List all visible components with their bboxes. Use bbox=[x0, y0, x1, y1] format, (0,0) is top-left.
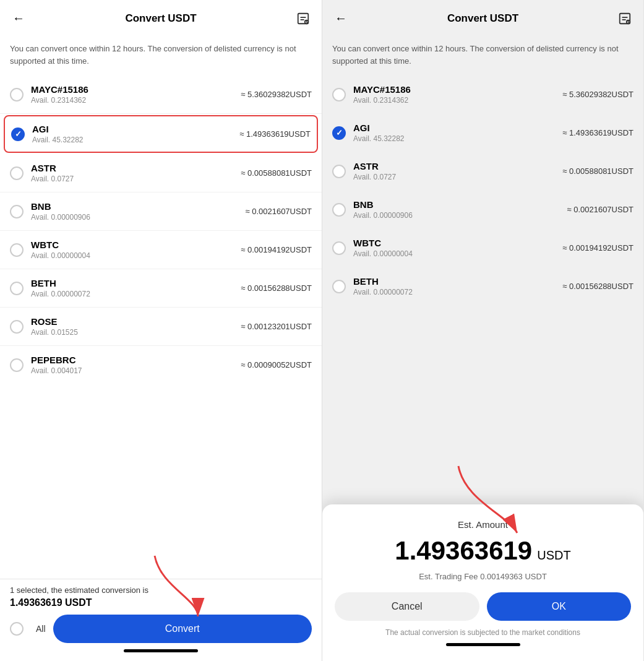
right-home-indicator bbox=[446, 643, 520, 646]
right-radio-beth[interactable] bbox=[332, 280, 346, 293]
left-radio-rose[interactable] bbox=[10, 320, 24, 334]
right-currency-value-beth: ≈ 0.00156288USDT bbox=[562, 282, 633, 291]
left-back-button[interactable]: ← bbox=[10, 9, 27, 28]
left-currency-avail-beth: Avail. 0.00000072 bbox=[31, 290, 241, 298]
right-radio-bnb[interactable] bbox=[332, 203, 346, 217]
left-currency-item-rose[interactable]: ROSE Avail. 0.01525 ≈ 0.00123201USDT bbox=[0, 308, 322, 346]
left-currency-value-wbtc: ≈ 0.00194192USDT bbox=[241, 245, 312, 254]
left-currency-item-wbtc[interactable]: WBTC Avail. 0.00000004 ≈ 0.00194192USDT bbox=[0, 231, 322, 269]
left-currency-name-pepebrc: PEPEBRC bbox=[31, 355, 241, 365]
right-radio-astr[interactable] bbox=[332, 165, 346, 178]
right-currency-avail-bnb: Avail. 0.00000906 bbox=[353, 211, 567, 220]
right-currency-name-agi: AGI bbox=[353, 123, 562, 133]
right-currency-info-mayc15186: MAYC#15186 Avail. 0.2314362 bbox=[353, 84, 562, 105]
modal-buttons: Cancel OK bbox=[335, 592, 631, 621]
right-currency-item-bnb[interactable]: BNB Avail. 0.00000906 ≈ 0.0021607USDT bbox=[322, 191, 643, 229]
left-currency-name-agi: AGI bbox=[32, 124, 239, 134]
right-currency-item-astr[interactable]: ASTR Avail. 0.0727 ≈ 0.00588081USDT bbox=[322, 152, 643, 191]
left-currency-avail-agi: Avail. 45.32282 bbox=[32, 136, 239, 144]
left-all-label: All bbox=[36, 624, 46, 634]
left-all-select[interactable]: All bbox=[10, 622, 46, 636]
left-currency-info-agi: AGI Avail. 45.32282 bbox=[32, 124, 239, 144]
right-currency-value-agi: ≈ 1.49363619USDT bbox=[562, 128, 633, 137]
right-currency-info-wbtc: WBTC Avail. 0.00000004 bbox=[353, 238, 562, 258]
right-back-button[interactable]: ← bbox=[332, 9, 350, 28]
left-currency-info-pepebrc: PEPEBRC Avail. 0.004017 bbox=[31, 355, 241, 375]
left-currency-avail-rose: Avail. 0.01525 bbox=[31, 328, 241, 337]
right-currency-item-wbtc[interactable]: WBTC Avail. 0.00000004 ≈ 0.00194192USDT bbox=[322, 229, 643, 267]
modal-est-currency: USDT bbox=[537, 548, 570, 563]
left-currency-avail-astr: Avail. 0.0727 bbox=[31, 175, 241, 183]
right-currency-value-astr: ≈ 0.00588081USDT bbox=[562, 166, 633, 176]
right-radio-mayc15186[interactable] bbox=[332, 88, 346, 102]
right-currency-avail-beth: Avail. 0.00000072 bbox=[353, 288, 562, 296]
left-currency-avail-bnb: Avail. 0.00000906 bbox=[31, 213, 245, 222]
left-panel: ← Convert USDT You can convert once with… bbox=[0, 0, 322, 661]
left-radio-astr[interactable] bbox=[10, 166, 24, 180]
left-currency-item-agi[interactable]: AGI Avail. 45.32282 ≈ 1.49363619USDT bbox=[4, 115, 318, 153]
modal-cancel-button[interactable]: Cancel bbox=[335, 592, 479, 621]
right-currency-value-mayc15186: ≈ 5.36029382USDT bbox=[562, 90, 633, 99]
left-currency-item-beth[interactable]: BETH Avail. 0.00000072 ≈ 0.00156288USDT bbox=[0, 269, 322, 308]
left-convert-button[interactable]: Convert bbox=[53, 615, 312, 643]
left-radio-beth[interactable] bbox=[10, 282, 24, 295]
left-currency-value-rose: ≈ 0.00123201USDT bbox=[241, 322, 312, 331]
left-currency-item-astr[interactable]: ASTR Avail. 0.0727 ≈ 0.00588081USDT bbox=[0, 154, 322, 192]
left-currency-name-wbtc: WBTC bbox=[31, 240, 241, 250]
left-currency-name-rose: ROSE bbox=[31, 316, 241, 327]
right-notice: You can convert once within 12 hours. Th… bbox=[322, 37, 643, 76]
left-radio-pepebrc[interactable] bbox=[10, 358, 24, 372]
right-currency-item-agi[interactable]: AGI Avail. 45.32282 ≈ 1.49363619USDT bbox=[322, 114, 643, 152]
right-currency-name-bnb: BNB bbox=[353, 199, 567, 210]
right-currency-avail-mayc15186: Avail. 0.2314362 bbox=[353, 96, 562, 105]
right-radio-wbtc[interactable] bbox=[332, 241, 346, 255]
right-currency-name-astr: ASTR bbox=[353, 161, 562, 171]
left-currency-avail-mayc15186: Avail. 0.2314362 bbox=[31, 96, 241, 105]
modal-market-notice: The actual conversion is subjected to th… bbox=[335, 628, 631, 637]
right-radio-agi[interactable] bbox=[332, 126, 346, 140]
right-currency-item-beth[interactable]: BETH Avail. 0.00000072 ≈ 0.00156288USDT bbox=[322, 267, 643, 305]
left-history-icon[interactable] bbox=[294, 10, 312, 27]
modal-ok-button[interactable]: OK bbox=[487, 592, 632, 621]
left-currency-value-bnb: ≈ 0.0021607USDT bbox=[245, 207, 312, 216]
left-radio-agi[interactable] bbox=[11, 127, 25, 141]
left-currency-value-astr: ≈ 0.00588081USDT bbox=[241, 168, 312, 178]
left-currency-name-beth: BETH bbox=[31, 278, 241, 288]
modal-est-title: Est. Amount bbox=[335, 519, 631, 530]
left-currency-value-agi: ≈ 1.49363619USDT bbox=[239, 129, 311, 139]
left-footer-row: All Convert bbox=[10, 615, 312, 643]
modal-est-fee: Est. Trading Fee 0.00149363 USDT bbox=[335, 572, 631, 581]
left-currency-list: MAYC#15186 Avail. 0.2314362 ≈ 5.36029382… bbox=[0, 76, 322, 579]
left-currency-info-rose: ROSE Avail. 0.01525 bbox=[31, 316, 241, 337]
left-radio-wbtc[interactable] bbox=[10, 243, 24, 257]
left-currency-item-mayc15186[interactable]: MAYC#15186 Avail. 0.2314362 ≈ 5.36029382… bbox=[0, 76, 322, 114]
left-currency-name-mayc15186: MAYC#15186 bbox=[31, 84, 241, 95]
left-currency-info-bnb: BNB Avail. 0.00000906 bbox=[31, 201, 245, 222]
modal-est-amount-row: 1.49363619 USDT bbox=[335, 536, 631, 566]
left-currency-value-pepebrc: ≈ 0.00090052USDT bbox=[241, 360, 312, 369]
left-radio-bnb[interactable] bbox=[10, 205, 24, 218]
left-selected-amount: 1.49363619 USDT bbox=[10, 597, 312, 608]
right-currency-item-mayc15186[interactable]: MAYC#15186 Avail. 0.2314362 ≈ 5.36029382… bbox=[322, 76, 643, 114]
left-all-radio[interactable] bbox=[10, 622, 24, 636]
right-header: ← Convert USDT bbox=[322, 0, 643, 37]
left-bottom-bar: 1 selected, the estimated conversion is … bbox=[0, 579, 322, 661]
left-currency-avail-pepebrc: Avail. 0.004017 bbox=[31, 366, 241, 375]
right-panel: ← Convert USDT You can convert once with… bbox=[322, 0, 643, 661]
left-currency-info-beth: BETH Avail. 0.00000072 bbox=[31, 278, 241, 298]
right-currency-name-mayc15186: MAYC#15186 bbox=[353, 84, 562, 95]
left-currency-name-bnb: BNB bbox=[31, 201, 245, 212]
right-currency-avail-astr: Avail. 0.0727 bbox=[353, 173, 562, 181]
left-page-title: Convert USDT bbox=[27, 12, 294, 25]
modal-est-amount: 1.49363619 bbox=[395, 536, 532, 566]
right-currency-name-wbtc: WBTC bbox=[353, 238, 562, 248]
right-currency-info-bnb: BNB Avail. 0.00000906 bbox=[353, 199, 567, 220]
left-currency-item-bnb[interactable]: BNB Avail. 0.00000906 ≈ 0.0021607USDT bbox=[0, 192, 322, 231]
right-currency-value-wbtc: ≈ 0.00194192USDT bbox=[562, 243, 633, 253]
right-currency-info-beth: BETH Avail. 0.00000072 bbox=[353, 276, 562, 296]
left-selected-info: 1 selected, the estimated conversion is bbox=[10, 585, 312, 595]
left-currency-info-wbtc: WBTC Avail. 0.00000004 bbox=[31, 240, 241, 260]
right-history-icon[interactable] bbox=[616, 10, 633, 27]
left-currency-item-pepebrc[interactable]: PEPEBRC Avail. 0.004017 ≈ 0.00090052USDT bbox=[0, 346, 322, 384]
left-radio-mayc15186[interactable] bbox=[10, 88, 24, 102]
